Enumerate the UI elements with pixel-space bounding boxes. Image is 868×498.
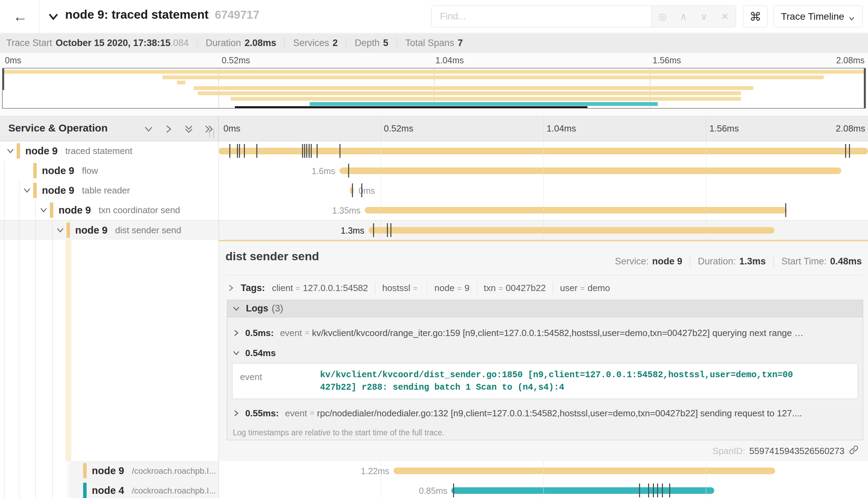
back-button[interactable]: ←: [5, 3, 35, 30]
service-operation-header: Service & Operation: [0, 116, 219, 141]
log-marker: [352, 183, 353, 197]
log-entry[interactable]: 0.5ms: event = kv/kvclient/kvcoord/range…: [227, 322, 863, 344]
keyboard-shortcuts-button[interactable]: ⌘: [743, 6, 768, 27]
span-row[interactable]: node 9txn coordinator send1.35ms: [0, 200, 868, 220]
minimap-viewport-marker[interactable]: [235, 106, 587, 108]
column-resizer[interactable]: [209, 129, 214, 138]
minimap-right-scrubber[interactable]: [864, 69, 866, 108]
trace-start-label: Trace Start: [6, 38, 52, 48]
services-label: Services: [293, 38, 329, 48]
span-bar[interactable]: [369, 227, 774, 234]
span-service-name: node 9: [42, 165, 74, 176]
ruler-tick-label: 0ms: [223, 123, 240, 134]
log-marker: [648, 483, 649, 497]
span-row[interactable]: node 9flow1.6ms: [0, 161, 868, 181]
ruler-tick-label: 2.08ms: [836, 123, 865, 134]
minimap-span-bar: [177, 81, 185, 84]
span-duration-label: 1.22ms: [361, 466, 389, 476]
divider: [284, 38, 285, 48]
view-selector-button[interactable]: Trace Timeline: [773, 6, 863, 27]
find-controls: ◎ ∧ ∨ ✕: [651, 6, 736, 27]
span-row[interactable]: node 4/cockroach.roachpb.I...0.85ms: [0, 481, 868, 498]
span-name-cell[interactable]: node 9dist sender send: [0, 220, 219, 240]
span-operation-name: dist sender send: [115, 225, 181, 236]
span-service-name: node 9: [92, 465, 124, 477]
minimap-span-bar: [198, 91, 741, 95]
span-row[interactable]: node 9traced statement: [0, 141, 868, 161]
collapse-all-icon[interactable]: [184, 124, 194, 134]
duration-label: Duration:: [698, 256, 736, 267]
span-duration-label: 1.3ms: [341, 226, 364, 236]
minimap-tick-label: 1.04ms: [435, 55, 464, 65]
prev-result-icon[interactable]: ∧: [680, 11, 687, 22]
span-name-cell[interactable]: node 9traced statement: [0, 141, 219, 161]
divider: [375, 282, 375, 294]
span-row[interactable]: node 9/cockroach.roachpb.I...1.22ms: [0, 461, 868, 481]
tree-controls: [143, 124, 214, 134]
log-marker: [256, 144, 257, 158]
span-bar[interactable]: [451, 487, 714, 494]
logs-header[interactable]: Logs (3): [227, 300, 863, 317]
span-detail-meta: Service: node 9 Duration: 1.3ms Start Ti…: [615, 256, 862, 267]
span-row[interactable]: node 9dist sender send1.3ms: [0, 220, 868, 240]
locate-icon[interactable]: ◎: [658, 11, 667, 22]
span-operation-name: /cockroach.roachpb.I...: [132, 486, 216, 496]
span-duration-label: 1.6ms: [312, 166, 335, 176]
span-operation-name: traced statement: [65, 146, 132, 156]
span-row[interactable]: node 9table reader0ms: [0, 181, 868, 200]
log-marker: [390, 223, 391, 237]
log-value: rpc/nodedialer/nodedialer.go:132 [n9,cli…: [317, 408, 802, 419]
span-name-cell[interactable]: node 9txn coordinator send: [0, 200, 219, 220]
divider: [397, 38, 397, 48]
log-value: kv/kvclient/kvcoord/range_iter.go:159 [n…: [312, 328, 804, 338]
ruler-tick-label: 1.04ms: [547, 123, 576, 134]
column-divider[interactable]: [219, 141, 219, 498]
span-toggle-icon[interactable]: [23, 186, 32, 195]
span-rows-area: node 9traced statementnode 9flow1.6msnod…: [0, 141, 868, 498]
expand-one-icon[interactable]: [163, 124, 174, 134]
span-color-indicator: [50, 202, 53, 218]
span-bar[interactable]: [339, 167, 842, 174]
log-marker: [237, 144, 238, 158]
minimap-left-scrubber[interactable]: [2, 69, 4, 90]
next-result-icon[interactable]: ∨: [701, 11, 708, 22]
chevron-right-icon: [232, 329, 240, 337]
span-toggle-icon[interactable]: [39, 206, 48, 215]
log-entry[interactable]: 0.55ms: event = rpc/nodedialer/nodediale…: [227, 402, 863, 425]
span-color-indicator: [33, 183, 37, 198]
total-spans-label: Total Spans: [405, 38, 454, 48]
find-input[interactable]: [432, 6, 651, 27]
span-name-cell[interactable]: node 4/cockroach.roachpb.I...: [0, 481, 219, 498]
tags-accordion[interactable]: Tags: client=127.0.0.1:54582 hostssl= no…: [227, 279, 610, 297]
span-bar[interactable]: [393, 468, 775, 474]
log-timestamp: 0.55ms:: [245, 408, 279, 419]
span-toggle-icon[interactable]: [56, 226, 65, 235]
tags-label: Tags:: [241, 283, 265, 293]
find-box: ◎ ∧ ∨ ✕: [431, 6, 736, 27]
log-marker: [304, 144, 305, 158]
span-toggle-icon[interactable]: [6, 146, 15, 155]
span-id-row: SpanID: 5597415943526560273: [712, 445, 859, 458]
start-time-value: 0.48ms: [830, 256, 862, 267]
span-color-indicator: [83, 483, 87, 498]
collapse-one-icon[interactable]: [143, 124, 154, 134]
span-detail-panel: dist sender send Service: node 9 Duratio…: [219, 240, 868, 461]
minimap-canvas[interactable]: [2, 68, 866, 109]
total-spans-value: 7: [458, 38, 463, 48]
clear-search-icon[interactable]: ✕: [721, 11, 729, 22]
span-name-cell[interactable]: node 9flow: [0, 161, 219, 181]
tree-indent-guide: [52, 220, 53, 498]
span-name-cell[interactable]: node 9/cockroach.roachpb.I...: [0, 461, 219, 481]
divider: [346, 38, 346, 48]
trace-id: 6749717: [215, 8, 259, 21]
span-service-name: node 9: [25, 145, 57, 157]
ruler-gridline: [706, 116, 706, 141]
span-duration-label: 0.85ms: [419, 486, 448, 496]
trace-collapse-icon[interactable]: [47, 10, 60, 23]
span-bar[interactable]: [365, 207, 787, 214]
deep-link-icon[interactable]: [849, 445, 859, 458]
log-entry-expanded-header[interactable]: 0.54ms: [227, 344, 863, 362]
log-marker: [309, 144, 310, 158]
span-name-cell[interactable]: node 9table reader: [0, 181, 219, 200]
minimap-span-bar: [3, 70, 865, 74]
